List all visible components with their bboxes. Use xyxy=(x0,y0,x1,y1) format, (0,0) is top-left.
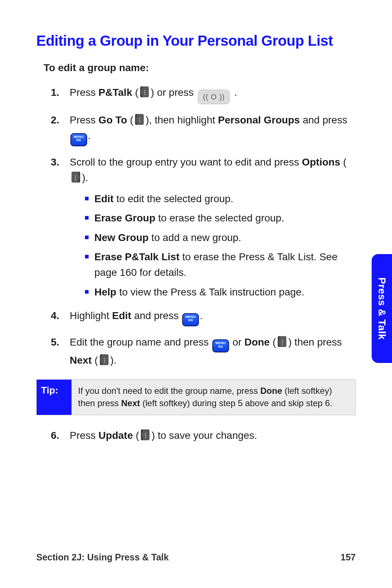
menu-ok-icon: MENUOK xyxy=(70,133,87,146)
step-6: Press Update () to save your changes. xyxy=(51,428,356,443)
steps-list-cont: Press Update () to save your changes. xyxy=(51,428,356,443)
step-text: . xyxy=(231,87,237,98)
step-text: Highlight xyxy=(70,310,112,321)
step-text: ( xyxy=(340,156,346,168)
step-text: Press xyxy=(70,87,98,98)
step-4: Highlight Edit and press MENUOK. xyxy=(51,308,356,326)
step-text: Edit the group name and press xyxy=(70,336,212,348)
tip-body: If you don't need to edit the group name… xyxy=(72,380,355,415)
page-title: Editing a Group in Your Personal Group L… xyxy=(36,33,356,49)
step-bold: Personal Groups xyxy=(218,114,300,126)
step-bold: Done xyxy=(244,336,270,348)
bullet-bold: Erase Group xyxy=(94,212,155,224)
bullet-text: to view the Press & Talk instruction pag… xyxy=(117,286,305,298)
bullet-text: to erase the selected group. xyxy=(155,212,284,224)
bullet-help: Help to view the Press & Talk instructio… xyxy=(83,284,356,300)
menu-ok-bottom: OK xyxy=(76,138,81,142)
step-text: ) then press xyxy=(288,336,342,348)
step-text: Scroll to the group entry you want to ed… xyxy=(70,156,302,168)
bullet-new-group: New Group to add a new group. xyxy=(83,230,356,245)
bullet-edit: Edit to edit the selected group. xyxy=(83,191,356,207)
tip-bold: Next xyxy=(121,398,140,408)
step-bold: Go To xyxy=(98,114,127,126)
softkey-left-icon xyxy=(140,429,151,441)
tip-box: Tip: If you don't need to edit the group… xyxy=(36,379,356,416)
step-bold: Update xyxy=(98,430,133,441)
ptt-button-icon: (( O )) xyxy=(198,90,230,104)
step-text: ( xyxy=(127,114,133,126)
page-footer: Section 2J: Using Press & Talk 157 xyxy=(36,552,356,563)
menu-ok-bottom: OK xyxy=(218,345,223,348)
tip-text: If you don't need to edit the group name… xyxy=(78,386,260,396)
softkey-left-icon xyxy=(277,335,287,348)
step-text: Press xyxy=(70,430,98,441)
tip-text: (left softkey) during step 5 above and s… xyxy=(140,398,332,408)
bullet-bold: Help xyxy=(94,286,117,298)
intro-line: To edit a group name: xyxy=(44,62,356,74)
bullet-text: to add a new group. xyxy=(148,232,241,243)
bullet-text: to edit the selected group. xyxy=(114,193,233,204)
step-text: or xyxy=(230,336,244,348)
step-5: Edit the group name and press MENUOK or … xyxy=(51,334,356,368)
step-bold: P&Talk xyxy=(98,87,132,98)
softkey-left-icon xyxy=(139,86,150,98)
bullet-bold: Edit xyxy=(94,193,114,204)
step-3: Scroll to the group entry you want to ed… xyxy=(51,154,356,300)
step-text: and press xyxy=(300,114,347,126)
softkey-left-icon xyxy=(134,113,145,126)
step-text: ) or press xyxy=(151,87,196,98)
bullet-bold: Erase P&Talk List xyxy=(94,251,179,262)
step-text: ( xyxy=(132,87,138,98)
step-text: ). xyxy=(82,172,88,183)
step-bold: Edit xyxy=(112,310,131,321)
side-tab: Press & Talk xyxy=(372,254,392,363)
step-2: Press Go To (), then highlight Personal … xyxy=(51,112,356,146)
step-text: ( xyxy=(270,336,276,348)
step-text: ( xyxy=(92,355,98,366)
menu-ok-icon: MENUOK xyxy=(212,339,229,352)
menu-ok-bottom: OK xyxy=(188,318,193,322)
manual-page: Editing a Group in Your Personal Group L… xyxy=(0,0,392,588)
tip-label: Tip: xyxy=(37,380,72,415)
steps-list: Press P&Talk () or press (( O )) . Press… xyxy=(51,85,356,368)
tip-bold: Done xyxy=(260,386,282,396)
menu-ok-icon: MENUOK xyxy=(182,313,199,326)
softkey-left-icon xyxy=(99,354,110,366)
step-text: and press xyxy=(131,310,182,321)
step-text: ) to save your changes. xyxy=(151,430,257,441)
bullet-bold: New Group xyxy=(94,232,148,243)
step-text: ). xyxy=(110,355,117,366)
step-1: Press P&Talk () or press (( O )) . xyxy=(51,85,356,104)
step-text: . xyxy=(88,130,91,141)
softkey-right-icon xyxy=(70,171,81,183)
step-bold: Options xyxy=(302,156,340,168)
footer-section: Section 2J: Using Press & Talk xyxy=(36,552,169,563)
step-text: . xyxy=(200,310,203,321)
step-bold: Next xyxy=(70,355,92,366)
bullet-erase-group: Erase Group to erase the selected group. xyxy=(83,210,356,226)
options-bullets: Edit to edit the selected group. Erase G… xyxy=(83,191,356,300)
step-text: ( xyxy=(133,430,139,441)
step-text: Press xyxy=(70,114,98,126)
footer-page-number: 157 xyxy=(340,552,356,563)
bullet-erase-ptt-list: Erase P&Talk List to erase the Press & T… xyxy=(83,249,356,281)
step-text: ), then highlight xyxy=(146,114,218,126)
